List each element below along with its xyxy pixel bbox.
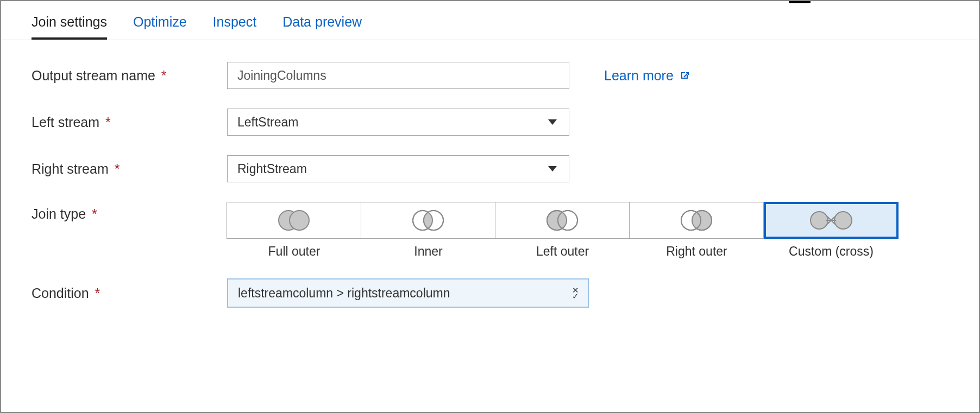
select-value: LeftStream bbox=[237, 115, 299, 130]
right-stream-select[interactable]: RightStream bbox=[227, 155, 569, 182]
tab-inspect[interactable]: Inspect bbox=[213, 14, 257, 40]
learn-more-link[interactable]: Learn more bbox=[604, 68, 690, 84]
settings-panel: Join settings Optimize Inspect Data prev… bbox=[0, 0, 980, 413]
row-join-type: Join type * Full outer bbox=[32, 202, 979, 259]
tab-data-preview[interactable]: Data preview bbox=[282, 14, 362, 40]
required-asterisk: * bbox=[111, 161, 120, 176]
venn-full-outer-icon bbox=[274, 209, 313, 232]
tab-optimize[interactable]: Optimize bbox=[133, 14, 187, 40]
row-output-stream-name: Output stream name * Learn more bbox=[32, 62, 979, 89]
required-asterisk: * bbox=[102, 115, 111, 130]
join-type-label: Right outer bbox=[666, 244, 727, 259]
clear-validate-icon[interactable]: ✕✓ bbox=[572, 287, 579, 299]
venn-inner-icon bbox=[409, 209, 448, 232]
tab-join-settings[interactable]: Join settings bbox=[32, 14, 107, 40]
svg-point-1 bbox=[290, 211, 309, 230]
svg-point-20 bbox=[811, 212, 828, 229]
form-content: Output stream name * Learn more Left str… bbox=[1, 40, 979, 308]
condition-text: leftstreamcolumn > rightstreamcolumn bbox=[238, 286, 450, 301]
row-right-stream: Right stream * RightStream bbox=[32, 155, 979, 182]
label-text: Condition bbox=[32, 285, 89, 301]
join-type-label: Custom (cross) bbox=[789, 244, 874, 259]
external-link-icon bbox=[679, 70, 690, 81]
label-text: Output stream name bbox=[32, 68, 155, 83]
label-condition: Condition * bbox=[32, 285, 227, 301]
chevron-down-icon bbox=[548, 166, 557, 171]
required-asterisk: * bbox=[88, 206, 97, 221]
label-left-stream: Left stream * bbox=[32, 115, 227, 130]
venn-right-outer-icon bbox=[677, 209, 716, 232]
venn-cross-icon bbox=[808, 209, 855, 232]
label-output-stream-name: Output stream name * bbox=[32, 68, 227, 84]
join-type-left-outer[interactable] bbox=[495, 202, 630, 239]
chevron-down-icon bbox=[548, 119, 557, 125]
svg-point-21 bbox=[834, 212, 852, 229]
join-type-label: Full outer bbox=[268, 244, 321, 259]
row-left-stream: Left stream * LeftStream bbox=[32, 109, 979, 136]
join-type-right-outer[interactable] bbox=[629, 202, 764, 239]
label-text: Left stream bbox=[32, 115, 99, 130]
join-type-custom-cross[interactable] bbox=[764, 202, 899, 239]
join-type-inner[interactable] bbox=[361, 202, 495, 239]
join-type-selector: Full outer bbox=[227, 202, 899, 259]
label-text: Right stream bbox=[32, 161, 109, 176]
row-condition: Condition * leftstreamcolumn > rightstre… bbox=[32, 278, 979, 308]
tab-bar: Join settings Optimize Inspect Data prev… bbox=[1, 1, 979, 40]
label-join-type: Join type * bbox=[32, 202, 227, 222]
condition-expression-input[interactable]: leftstreamcolumn > rightstreamcolumn ✕✓ bbox=[227, 278, 589, 308]
required-asterisk: * bbox=[91, 285, 100, 301]
join-type-label: Inner bbox=[414, 244, 442, 259]
venn-left-outer-icon bbox=[543, 209, 582, 232]
label-right-stream: Right stream * bbox=[32, 161, 227, 177]
left-stream-select[interactable]: LeftStream bbox=[227, 109, 569, 136]
label-text: Join type bbox=[32, 206, 86, 221]
join-type-full-outer[interactable] bbox=[227, 202, 361, 239]
window-handle bbox=[789, 0, 811, 3]
learn-more-text: Learn more bbox=[604, 68, 674, 84]
required-asterisk: * bbox=[158, 68, 167, 83]
select-value: RightStream bbox=[237, 162, 307, 176]
output-stream-name-input[interactable] bbox=[227, 62, 569, 89]
join-type-label: Left outer bbox=[536, 244, 589, 259]
